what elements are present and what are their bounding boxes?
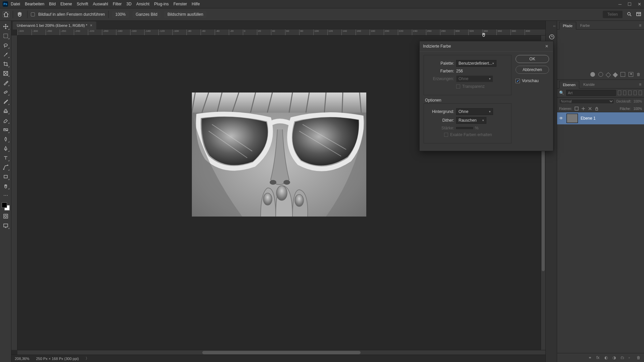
tab-ebenen[interactable]: Ebenen bbox=[559, 81, 579, 88]
share-button[interactable]: Teilen bbox=[603, 11, 623, 18]
menu-bearbeiten[interactable]: Bearbeiten bbox=[25, 2, 44, 6]
path-square-icon[interactable] bbox=[621, 72, 625, 77]
layers-menu-icon[interactable]: ≡ bbox=[636, 81, 644, 88]
menu-schrift[interactable]: Schrift bbox=[77, 2, 88, 6]
heal-tool[interactable] bbox=[2, 88, 10, 96]
lock-artboard-icon[interactable] bbox=[588, 107, 592, 111]
background-select[interactable]: Ohne▾ bbox=[456, 108, 493, 115]
menu-bild[interactable]: Bild bbox=[49, 2, 56, 6]
color-swatch[interactable] bbox=[2, 202, 10, 210]
filter-smart-icon[interactable] bbox=[639, 90, 642, 95]
zoom-100-button[interactable]: 100% bbox=[112, 11, 129, 18]
close-tab-icon[interactable]: × bbox=[90, 23, 92, 28]
fx-icon[interactable]: fx bbox=[596, 355, 601, 360]
more-tools[interactable]: ⋯ bbox=[2, 192, 10, 199]
menu-plugins[interactable]: Plug-ins bbox=[154, 2, 169, 6]
path-diamond-icon[interactable] bbox=[606, 72, 611, 78]
dialog-close-icon[interactable]: ✕ bbox=[544, 43, 550, 49]
filter-type-icon[interactable] bbox=[628, 90, 632, 95]
tab-kanaele[interactable]: Kanäle bbox=[580, 81, 598, 88]
menu-datei[interactable]: Datei bbox=[11, 2, 20, 6]
filter-image-icon[interactable] bbox=[618, 90, 621, 95]
scrollbar-horizontal[interactable] bbox=[17, 350, 545, 355]
menu-hilfe[interactable]: Hilfe bbox=[192, 2, 200, 6]
path-stroke-circle-icon[interactable] bbox=[598, 72, 603, 77]
pen-tool[interactable] bbox=[2, 145, 10, 152]
hand-tool[interactable] bbox=[2, 182, 10, 190]
minimize-icon[interactable]: ─ bbox=[619, 2, 622, 7]
lock-all-icon[interactable] bbox=[595, 107, 599, 111]
status-zoom[interactable]: 208,36% bbox=[15, 357, 29, 361]
visibility-icon[interactable]: 👁 bbox=[559, 116, 564, 121]
path-fill-circle-icon[interactable] bbox=[590, 72, 595, 77]
eyedropper-tool[interactable] bbox=[2, 79, 10, 86]
shape-tool[interactable] bbox=[2, 173, 10, 180]
opacity-value[interactable]: 100% bbox=[633, 100, 642, 103]
dither-select[interactable]: Rauschen▾ bbox=[456, 117, 486, 124]
wand-tool[interactable] bbox=[2, 51, 10, 58]
filter-adjust-icon[interactable] bbox=[623, 90, 627, 95]
menu-auswahl[interactable]: Auswahl bbox=[93, 2, 108, 6]
menu-fenster[interactable]: Fenster bbox=[173, 2, 187, 6]
lock-pixels-icon[interactable] bbox=[575, 107, 579, 111]
palette-select[interactable]: Benutzerdefiniert...▾ bbox=[456, 60, 496, 67]
status-chevron-icon[interactable]: 〉 bbox=[86, 356, 89, 361]
layer-thumbnail[interactable] bbox=[567, 114, 578, 123]
home-button[interactable] bbox=[3, 11, 9, 17]
history-panel-icon[interactable] bbox=[548, 34, 554, 40]
lasso-tool[interactable] bbox=[2, 42, 10, 49]
brush-tool[interactable] bbox=[2, 98, 10, 105]
expand-dock-icon[interactable]: ‹‹ bbox=[553, 24, 557, 28]
crop-tool[interactable] bbox=[2, 60, 10, 68]
lock-position-icon[interactable] bbox=[581, 107, 585, 111]
gradient-tool[interactable] bbox=[2, 126, 10, 133]
adjustment-icon[interactable]: ◑ bbox=[612, 355, 617, 360]
fill-value[interactable]: 100% bbox=[633, 107, 642, 111]
maximize-icon[interactable]: ☐ bbox=[628, 2, 632, 7]
fill-screen-button[interactable]: Bildschirm ausfüllen bbox=[164, 11, 207, 18]
preview-checkbox[interactable]: ✔ bbox=[516, 79, 520, 83]
marquee-tool[interactable] bbox=[2, 32, 10, 40]
workspace-icon[interactable] bbox=[636, 11, 641, 18]
eraser-tool[interactable] bbox=[2, 117, 10, 124]
menu-ebene[interactable]: Ebene bbox=[60, 2, 72, 6]
new-path-icon[interactable]: + bbox=[629, 72, 633, 77]
screenmode-tool[interactable] bbox=[2, 222, 10, 229]
mask-icon[interactable]: ◐ bbox=[604, 355, 609, 360]
blend-mode-select[interactable]: Normal bbox=[559, 99, 614, 104]
stamp-tool[interactable] bbox=[2, 107, 10, 115]
layer-name[interactable]: Ebene 1 bbox=[581, 116, 596, 121]
ruler-vertical[interactable] bbox=[11, 36, 17, 350]
move-tool[interactable] bbox=[2, 23, 10, 30]
ruler-horizontal[interactable]: -320-300-280-260-240-220-200-180-160-140… bbox=[17, 29, 545, 36]
menu-ansicht[interactable]: Ansicht bbox=[136, 2, 149, 6]
status-dimensions[interactable]: 250 Px × 168 Px (300 ppi) bbox=[36, 357, 79, 361]
blur-tool[interactable] bbox=[2, 135, 10, 143]
layer-row[interactable]: 👁 Ebene 1 bbox=[557, 112, 644, 124]
path-diamond-fill-icon[interactable] bbox=[613, 72, 618, 78]
path-tool[interactable] bbox=[2, 164, 10, 171]
link-layers-icon[interactable]: ⚭ bbox=[588, 355, 593, 360]
document-tab[interactable]: Unbenannt-1 bei 208% (Ebene 1, RGB/8) * … bbox=[13, 21, 96, 29]
type-tool[interactable] bbox=[2, 154, 10, 162]
group-icon[interactable]: 🗀 bbox=[621, 355, 625, 360]
quickmask-tool[interactable] bbox=[2, 213, 10, 220]
scroll-all-checkbox[interactable] bbox=[31, 12, 35, 16]
layer-filter-input[interactable] bbox=[566, 90, 616, 96]
tab-pfade[interactable]: Pfade bbox=[559, 22, 576, 29]
tab-farbe[interactable]: Farbe bbox=[577, 22, 593, 29]
delete-path-icon[interactable]: 🗑 bbox=[637, 72, 641, 77]
menu-3d[interactable]: 3D bbox=[126, 2, 131, 6]
fit-screen-button[interactable]: Ganzes Bild bbox=[132, 11, 161, 18]
close-icon[interactable]: ✕ bbox=[638, 2, 641, 7]
panel-menu-icon[interactable]: ≡ bbox=[636, 22, 644, 29]
hand-tool-icon[interactable] bbox=[16, 11, 24, 18]
search-icon[interactable] bbox=[627, 11, 632, 18]
cancel-button[interactable]: Abbrechen bbox=[516, 66, 549, 74]
dialog-titlebar[interactable]: Indizierte Farbe ✕ bbox=[420, 41, 553, 52]
new-layer-icon[interactable]: ▫ bbox=[629, 355, 633, 360]
menu-filter[interactable]: Filter bbox=[113, 2, 122, 6]
ok-button[interactable]: OK bbox=[516, 55, 549, 63]
delete-layer-icon[interactable]: 🗑 bbox=[637, 355, 641, 360]
colors-value[interactable]: 256 bbox=[456, 69, 463, 73]
